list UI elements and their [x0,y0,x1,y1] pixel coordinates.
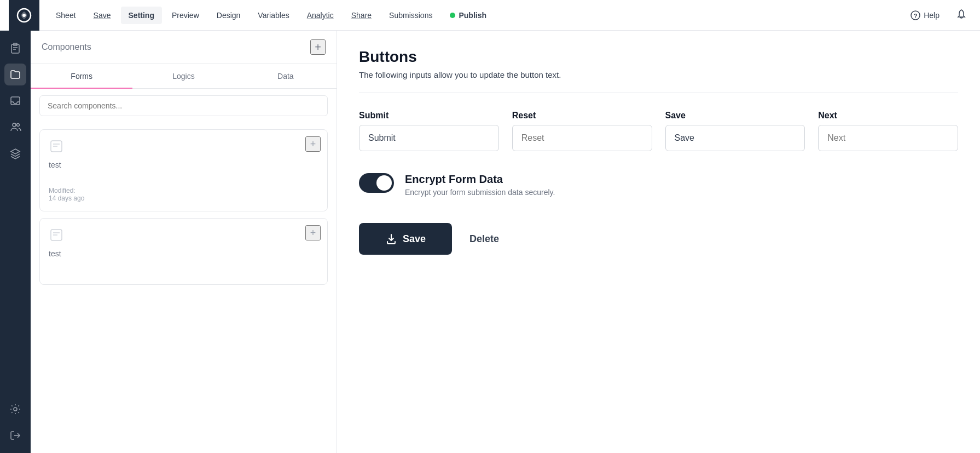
help-button[interactable]: ? Help [903,6,947,25]
page-title: Buttons [359,48,958,66]
panel-add-button[interactable]: + [310,39,326,55]
svg-point-1 [22,14,26,17]
divider [359,93,958,93]
tab-data[interactable]: Data [235,64,337,88]
save-button[interactable]: Save [359,223,452,255]
card-name: test [49,249,318,258]
nav-right: ? Help [903,4,971,26]
field-reset: Reset [512,111,652,151]
logo[interactable] [9,0,39,31]
publish-dot [450,13,455,18]
nav-share[interactable]: Share [344,7,379,24]
nav-save[interactable]: Save [86,7,119,24]
nav-sheet[interactable]: Sheet [48,7,84,24]
components-panel: Components + Forms Logics Data + test [31,31,337,453]
submit-input[interactable] [359,125,499,151]
toggle-container [359,173,394,193]
panel-title: Components [42,42,91,52]
main-layout: Components + Forms Logics Data + test [0,31,980,453]
nav-setting[interactable]: Setting [121,7,162,24]
toggle-knob [376,175,392,191]
reset-input[interactable] [512,125,652,151]
field-label-save: Save [665,111,805,121]
nav-preview[interactable]: Preview [164,7,207,24]
button-fields: Submit Reset Save Next [359,111,958,151]
card-name: test [49,160,318,169]
sidebar-icon-inbox[interactable] [4,90,26,112]
nav-design[interactable]: Design [209,7,248,24]
search-input[interactable] [39,95,328,116]
search-box [31,89,337,123]
top-nav: Sheet Save Setting Preview Design Variab… [0,0,980,31]
main-content: Buttons The following inputs allow you t… [337,31,980,453]
left-sidebar [0,31,31,453]
component-card[interactable]: + test [39,218,328,285]
field-next: Next [818,111,958,151]
help-icon: ? [911,10,920,20]
tab-forms[interactable]: Forms [31,64,132,88]
field-label-next: Next [818,111,958,121]
svg-point-6 [13,123,16,127]
sidebar-icon-clipboard[interactable] [4,37,26,59]
save-icon [385,233,397,245]
publish-button[interactable]: Publish [442,7,494,24]
sidebar-icon-users[interactable] [4,116,26,138]
field-save: Save [665,111,805,151]
save-input[interactable] [665,125,805,151]
card-add-button[interactable]: + [305,136,321,152]
notification-button[interactable] [952,4,971,26]
bell-icon [956,9,967,20]
field-label-reset: Reset [512,111,652,121]
sidebar-icon-layers[interactable] [4,142,26,164]
nav-analytic[interactable]: Analytic [299,7,341,24]
field-label-submit: Submit [359,111,499,121]
content-description: The following inputs allow you to update… [359,70,958,79]
encrypt-title: Encrypt Form Data [405,173,555,186]
card-icon [49,139,318,156]
tab-logics[interactable]: Logics [132,64,234,88]
save-button-label: Save [403,233,426,245]
component-card-grid: + test Modified: 14 days ago + [31,123,337,291]
component-card[interactable]: + test Modified: 14 days ago [39,129,328,211]
publish-label: Publish [459,11,486,20]
encrypt-text: Encrypt Form Data Encrypt your form subm… [405,173,555,197]
action-buttons: Save Delete [359,223,958,255]
svg-text:?: ? [914,12,918,19]
nav-submissions[interactable]: Submissions [381,7,440,24]
svg-point-7 [17,124,20,127]
encrypt-section: Encrypt Form Data Encrypt your form subm… [359,173,958,197]
encrypt-description: Encrypt your form submission data secure… [405,188,555,197]
nav-items: Sheet Save Setting Preview Design Variab… [48,7,903,24]
card-icon [49,227,318,245]
svg-point-8 [14,408,17,411]
nav-variables[interactable]: Variables [250,7,297,24]
field-submit: Submit [359,111,499,151]
sidebar-icon-logout[interactable] [4,425,26,446]
sidebar-icon-folder[interactable] [4,64,26,85]
encrypt-toggle[interactable] [359,173,394,193]
next-input[interactable] [818,125,958,151]
panel-header: Components + [31,31,337,64]
panel-tabs: Forms Logics Data [31,64,337,89]
card-add-button[interactable]: + [305,225,321,240]
card-meta: Modified: 14 days ago [49,187,318,202]
sidebar-icon-settings[interactable] [4,398,26,420]
delete-button[interactable]: Delete [469,233,499,245]
help-label: Help [924,11,940,20]
